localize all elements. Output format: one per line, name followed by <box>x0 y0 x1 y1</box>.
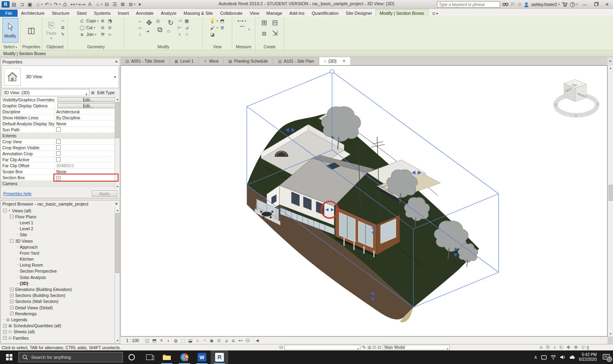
ribbon-tab-architecture[interactable]: Architecture <box>18 10 48 17</box>
minimize-button[interactable]: — <box>580 1 589 8</box>
active-option-icon[interactable]: ⊡ <box>378 345 381 350</box>
property-row[interactable]: Show Hidden LinesBy Discipline <box>1 115 120 121</box>
close-view-tab-icon[interactable]: ✕ <box>342 59 346 63</box>
onedrive-icon[interactable] <box>569 355 575 360</box>
override-graphics-icon[interactable]: ⬒ <box>219 18 225 24</box>
shadows-off-icon[interactable]: ◐ <box>166 338 172 343</box>
pin-select-icon[interactable]: ⍭ <box>553 345 556 350</box>
property-row[interactable]: Default Analysis Display StyleNone <box>1 121 120 127</box>
view-tab-level-1[interactable]: ▦Level 1 <box>170 57 199 65</box>
print-icon[interactable]: ⎙ <box>61 1 69 8</box>
checkbox[interactable] <box>56 157 61 162</box>
property-section-extents[interactable]: Extents∧ <box>1 133 120 139</box>
ribbon-tab-quantification[interactable]: Quantification <box>308 10 342 17</box>
favorites-star-icon[interactable]: ☆ <box>518 2 522 7</box>
cortana-button[interactable] <box>123 350 140 364</box>
app-store-cart-icon[interactable] <box>562 2 568 7</box>
type-selector-caret[interactable]: ▼ <box>113 75 117 79</box>
tree-item-level-1[interactable]: ┄Level 1 <box>1 220 114 226</box>
copy-modify-icon[interactable]: ⧉ <box>155 25 165 34</box>
unlocked-view-icon[interactable]: ⌂ <box>194 338 200 343</box>
drag-on-selection-icon[interactable]: ✥ <box>567 345 570 350</box>
checkbox[interactable] <box>56 145 61 150</box>
move-icon[interactable]: ✥ <box>144 18 154 28</box>
property-value[interactable]: 304800.0 <box>54 163 120 168</box>
show-rendering-icon[interactable]: ◍ <box>173 338 179 343</box>
edit-profile-icon[interactable]: ⌐ <box>137 18 143 24</box>
property-value[interactable] <box>54 157 120 162</box>
word-button[interactable]: W <box>193 350 211 364</box>
exclude-options-icon[interactable]: ⎗ <box>560 345 563 350</box>
viewport-vertical-scrollbar[interactable]: ▲ ▼ <box>607 65 613 336</box>
editable-only-pencil-icon[interactable]: ✎ <box>362 345 366 350</box>
help-search-input[interactable] <box>437 1 500 8</box>
property-row[interactable]: Graphic Display OptionsEdit... <box>1 103 120 109</box>
property-row[interactable]: Far Clip Active <box>1 157 120 163</box>
tree-item-families[interactable]: +⊡Families <box>1 335 114 341</box>
view-tab-west[interactable]: ⇧West <box>199 57 223 65</box>
signed-in-user[interactable]: ashley.foster2 <box>531 2 557 7</box>
property-row[interactable]: Far Clip Offset304800.0 <box>1 163 120 169</box>
text-icon[interactable]: A <box>86 1 93 8</box>
open-file-icon[interactable]: ⊐ <box>18 1 26 8</box>
close-button[interactable]: ✕ <box>603 1 611 8</box>
expand-icon[interactable]: + <box>10 312 14 315</box>
properties-scrollbar[interactable]: ▲ ▼ <box>115 97 120 189</box>
properties-help-link[interactable]: Properties help <box>3 191 32 196</box>
user-menu-caret[interactable]: ▾ <box>558 3 560 6</box>
tree-item-renderings[interactable]: +Renderings <box>1 311 114 317</box>
trim-icon[interactable]: ⊣ <box>177 18 183 24</box>
design-options-combo[interactable]: Main Model▼ <box>383 345 450 350</box>
property-value[interactable]: Edit... <box>54 97 120 103</box>
split-icon[interactable]: ⑃ <box>137 32 143 38</box>
expand-icon[interactable]: + <box>10 294 14 297</box>
highlight-displacement-icon[interactable]: ⧈ <box>230 338 236 343</box>
property-value[interactable] <box>54 151 120 156</box>
cut-clipboard-icon[interactable]: ✂ <box>60 18 66 24</box>
beam-cutback-icon[interactable]: ⊕ <box>100 18 106 24</box>
paste-button[interactable]: ⎘Paste▾ <box>44 18 59 43</box>
view-tab--3d-[interactable]: ⌂{3D}✕ <box>319 57 351 65</box>
ribbon-tab-add-ins[interactable]: Add-Ins <box>286 10 308 17</box>
tree-item-site[interactable]: ┄Site <box>1 232 114 238</box>
view-instance-combo[interactable]: 3D View: {3D}▼ <box>2 89 89 96</box>
property-row[interactable]: Section Box✓ <box>1 175 120 181</box>
view-tab-planting-schedule[interactable]: ▦Planting Schedule <box>223 57 273 65</box>
reveal-hidden-elements-icon[interactable]: ◉ <box>209 338 215 343</box>
ribbon-tab-massing-site[interactable]: Massing & Site <box>180 10 216 17</box>
design-options-icon[interactable]: ⎚ <box>372 345 376 350</box>
checkbox[interactable]: ✓ <box>56 176 61 180</box>
sun-path-off-icon[interactable]: ☀ <box>158 338 164 343</box>
create-parts-icon[interactable]: ⊟ <box>270 18 280 28</box>
temporary-view-properties-icon[interactable]: ⊙ <box>216 338 222 343</box>
measure-icon-caret[interactable]: ▾ <box>76 3 78 6</box>
property-row[interactable]: DisciplineArchitectural <box>1 109 120 115</box>
align-icon[interactable]: ⇥ <box>144 28 150 34</box>
ribbon-tab-modify-section-boxes[interactable]: Modify | Section Boxes <box>376 9 428 17</box>
redo-icon-caret[interactable]: ▾ <box>59 3 61 6</box>
unjoin-icon[interactable]: ⊘ <box>107 25 113 31</box>
property-value[interactable] <box>54 145 120 150</box>
redo-icon[interactable]: ↷ <box>52 1 59 8</box>
expand-icon[interactable]: + <box>10 306 14 309</box>
scroll-down-icon[interactable]: ▼ <box>608 331 613 336</box>
property-row[interactable]: Visibility/Graphics OverridesEdit... <box>1 97 120 103</box>
edit-button[interactable]: Edit... <box>57 103 119 108</box>
action-center-icon[interactable]: 11 <box>600 354 612 360</box>
tray-clock[interactable]: 5:42 PM6/22/2020 <box>579 352 597 362</box>
scroll-up-icon[interactable]: ▲ <box>115 97 120 102</box>
viewport-3d[interactable]: W S E TOP FRONT LEFT <box>121 65 607 336</box>
property-row[interactable]: Annotation Crop <box>1 151 120 157</box>
wifi-icon[interactable] <box>550 355 556 360</box>
property-value[interactable] <box>54 127 120 133</box>
displace-elements-icon[interactable]: ≣ <box>219 25 225 31</box>
view-tab-a001-title-sheet[interactable]: ▤A001 - Title Sheet <box>121 57 170 65</box>
save-icon[interactable]: ▣ <box>26 1 34 8</box>
aligned-dimension-icon[interactable]: ⟷ <box>78 1 85 8</box>
paint-icon[interactable]: ⌯ <box>107 32 113 38</box>
tree-item-schedules-quantities-all-[interactable]: +▦Schedules/Quantities (all) <box>1 323 114 329</box>
copy-icon[interactable]: ⧉ <box>60 25 66 31</box>
new-file-icon[interactable]: ▤ <box>10 1 18 8</box>
tree-item-sheets-all-[interactable]: +🗀Sheets (all) <box>1 329 114 335</box>
edit-button[interactable]: Edit... <box>57 97 119 102</box>
